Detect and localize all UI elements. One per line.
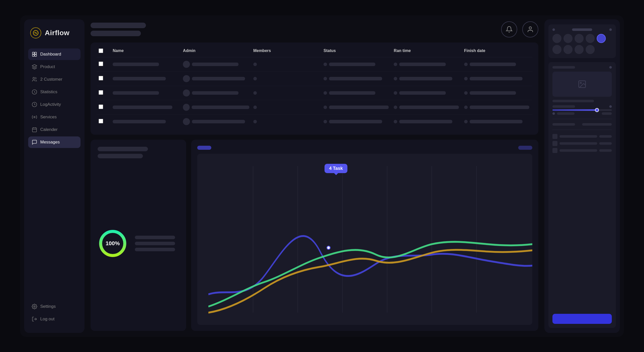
sp-slider-fill — [552, 109, 597, 111]
sp-slider-thumb[interactable] — [595, 108, 599, 112]
sidebar-item-services[interactable]: Services — [28, 111, 80, 123]
sp-list-val — [599, 135, 612, 138]
progress-card: 100% — [91, 140, 186, 331]
cell-members — [253, 63, 257, 66]
table-col-admin: Admin — [183, 48, 249, 53]
sp-list-item[interactable] — [552, 148, 612, 153]
table-select-all[interactable] — [99, 48, 103, 53]
sidebar-item-dashboard-label: Dashboard — [40, 52, 61, 57]
sp-toggle-val — [602, 112, 612, 115]
sidebar-item-calender[interactable]: Calender — [28, 124, 80, 135]
donut-chart: 100% — [98, 228, 128, 259]
image-icon — [578, 80, 587, 89]
cell-name — [113, 91, 159, 95]
sp-checkbox[interactable] — [552, 141, 557, 146]
sp-checkbox[interactable] — [552, 148, 557, 153]
row-checkbox[interactable] — [99, 76, 103, 80]
sp-list-text — [559, 142, 597, 145]
table-col-rantime: Ran time — [394, 48, 460, 53]
header-bar-1 — [91, 23, 146, 28]
cell-finish-dot — [464, 77, 468, 80]
avatar[interactable] — [552, 45, 561, 54]
notifications-button[interactable] — [501, 21, 517, 37]
sidebar-item-dashboard[interactable]: Dashboard — [28, 48, 80, 60]
row-checkbox[interactable] — [99, 105, 103, 109]
sp-slider[interactable] — [552, 109, 612, 111]
cell-finish-dot — [464, 91, 468, 95]
cell-ran-dot — [394, 77, 397, 80]
table-row[interactable] — [97, 86, 532, 100]
sp-slider-label — [552, 105, 575, 108]
header-bar-2 — [91, 31, 141, 36]
avatar[interactable] — [586, 45, 595, 54]
sidebar-item-logout[interactable]: Log out — [28, 313, 80, 325]
table-col-finishdate: Finish date — [464, 48, 530, 53]
progress-info-bar-1 — [135, 236, 175, 239]
table-row[interactable] — [97, 72, 532, 86]
table-row[interactable] — [97, 57, 532, 72]
sp-list-text — [559, 135, 597, 138]
svg-rect-9 — [32, 128, 37, 132]
cell-admin — [192, 106, 249, 109]
cell-finishdate — [470, 106, 529, 109]
chart-data-point — [327, 246, 331, 250]
svg-point-13 — [34, 306, 35, 307]
row-checkbox[interactable] — [99, 119, 103, 123]
app-title: Airflow — [45, 29, 69, 37]
avatar-end-dot — [609, 28, 612, 31]
avatar[interactable] — [575, 34, 584, 43]
progress-title-bar-2 — [98, 154, 143, 158]
sidebar-item-logactivity[interactable]: LogActivity — [28, 99, 80, 110]
row-checkbox[interactable] — [99, 90, 103, 95]
avatar[interactable] — [564, 45, 573, 54]
sp-toggle-label — [557, 112, 575, 115]
sp-slider-header — [552, 105, 612, 108]
cell-status — [329, 91, 375, 95]
sp-title-label — [552, 66, 575, 69]
user-profile-button[interactable] — [522, 21, 538, 37]
logo-icon — [30, 27, 41, 38]
sp-divider-2 — [552, 130, 612, 130]
svg-point-5 — [33, 77, 35, 79]
bottom-row: 100% 4 Task — [91, 140, 538, 331]
chart-card: 4 Task — [191, 140, 538, 331]
table-row[interactable] — [97, 100, 532, 115]
sidebar-item-product[interactable]: Product — [28, 61, 80, 73]
sp-stats-row — [552, 123, 612, 126]
avatar-active[interactable] — [597, 34, 606, 43]
cell-admin — [192, 77, 245, 80]
table-header-check — [99, 48, 109, 53]
avatar[interactable] — [552, 34, 561, 43]
avatar[interactable] — [575, 45, 584, 54]
sidebar-item-messages-label: Messages — [40, 140, 60, 145]
cell-ran-dot — [394, 120, 397, 123]
svg-rect-2 — [35, 52, 36, 54]
cell-admin-icon — [183, 118, 190, 125]
sidebar: Airflow Dashboard Product — [24, 19, 85, 333]
sp-list-val — [599, 142, 612, 145]
sidebar-item-settings[interactable]: Settings — [28, 301, 80, 312]
sp-checkbox[interactable] — [552, 134, 557, 139]
cell-admin-icon — [183, 75, 190, 82]
row-checkbox[interactable] — [99, 62, 103, 66]
avatar[interactable] — [564, 34, 573, 43]
chart-tab-right[interactable] — [518, 146, 532, 150]
sidebar-item-customer[interactable]: 2 Customer — [28, 74, 80, 85]
cell-name — [113, 106, 172, 109]
avatar-row-header — [552, 28, 612, 31]
cell-status-dot — [324, 77, 327, 80]
sidebar-item-messages[interactable]: Messages — [28, 136, 80, 148]
chart-tab-left[interactable] — [197, 146, 211, 150]
table-row[interactable] — [97, 115, 532, 129]
sidebar-item-statistics[interactable]: Statistics — [28, 86, 80, 98]
sp-list-item[interactable] — [552, 141, 612, 146]
sp-action-button[interactable] — [552, 314, 612, 324]
sp-list-item[interactable] — [552, 134, 612, 139]
header-right — [501, 21, 538, 37]
cell-status-dot — [324, 120, 327, 123]
avatar-label — [572, 28, 592, 31]
cell-admin-icon — [183, 89, 190, 96]
sp-list-section — [552, 134, 612, 153]
avatar[interactable] — [586, 34, 595, 43]
sidebar-item-services-label: Services — [40, 115, 57, 120]
